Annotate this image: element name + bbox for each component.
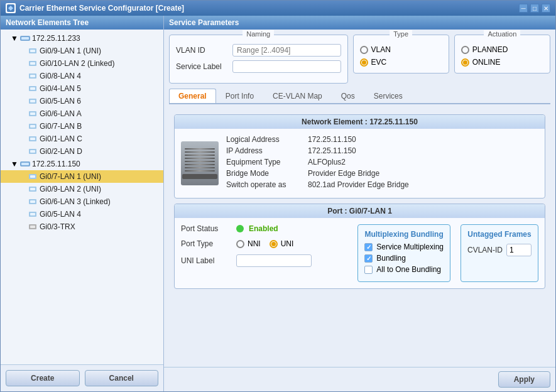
tree-toggle-ne1[interactable]: ▼	[11, 35, 18, 42]
restore-button[interactable]: □	[530, 4, 539, 13]
port-status-field: Port Status Enabled	[181, 224, 347, 233]
bundling-row[interactable]: ✓ Bundling	[364, 254, 444, 263]
type-evc-label: EVC	[371, 58, 387, 67]
top-row: Naming VLAN ID Service Label Type	[169, 35, 550, 84]
service-multiplexing-row[interactable]: ✓ Service Multiplexing	[364, 242, 444, 251]
minimize-button[interactable]: ─	[519, 4, 528, 13]
svg-rect-8	[30, 75, 35, 77]
ne-switch-operate-val: 802.1ad Provider Edge Bridge	[308, 180, 409, 189]
port-header: Port : Gi0/7-LAN 1	[175, 204, 545, 218]
tree-label-p6: Gi0/6-LAN A	[40, 109, 82, 118]
all-to-one-label: All to One Bundling	[376, 265, 441, 274]
service-multiplexing-checkbox[interactable]: ✓	[364, 243, 373, 251]
actuation-planned-radio[interactable]	[461, 46, 469, 54]
svg-rect-18	[30, 138, 35, 140]
tree-node-p12[interactable]: Gi0/6-LAN 3 (Linked)	[1, 195, 163, 208]
svg-rect-14	[30, 112, 35, 115]
tab-general[interactable]: General	[169, 89, 216, 103]
all-to-one-checkbox[interactable]	[364, 266, 373, 274]
tree-node-p13[interactable]: Gi0/5-LAN 4	[1, 208, 163, 220]
naming-title: Naming	[243, 30, 274, 38]
tree-node-p1[interactable]: Gi0/9-LAN 1 (UNI)	[1, 45, 163, 57]
service-params-header: Service Parameters	[164, 16, 555, 30]
ne-equipment-type-key: Equipment Type	[226, 158, 308, 166]
service-params-content: Naming VLAN ID Service Label Type	[164, 30, 555, 367]
bundling-label: Bundling	[376, 254, 406, 263]
tab-qos[interactable]: Qos	[332, 89, 364, 103]
create-button[interactable]: Create	[6, 370, 80, 386]
title-bar: Carrier Ethernet Service Configurator [C…	[1, 1, 555, 16]
ne-bridge-mode-key: Bridge Mode	[226, 169, 308, 178]
all-to-one-row[interactable]: All to One Bundling	[364, 265, 444, 274]
type-evc-option[interactable]: EVC	[360, 58, 442, 67]
ne-logical-address-key: Logical Address	[226, 135, 308, 144]
tree-node-p10[interactable]: Gi0/7-LAN 1 (UNI)	[1, 170, 163, 183]
tree-label-ne1: 172.25.11.233	[32, 34, 80, 43]
uni-label-field: UNI Label	[181, 254, 347, 267]
tree-node-p5[interactable]: Gi0/5-LAN 6	[1, 95, 163, 107]
tree-label-p13: Gi0/5-LAN 4	[40, 210, 81, 219]
tab-services[interactable]: Services	[364, 89, 412, 103]
tree-node-ne2[interactable]: ▼ 172.25.11.150	[1, 158, 163, 170]
tree-node-p2[interactable]: Gi0/10-LAN 2 (Linked)	[1, 57, 163, 70]
svg-rect-24	[30, 175, 35, 178]
cvlan-id-input[interactable]	[506, 244, 531, 256]
type-vlan-option[interactable]: VLAN	[360, 45, 442, 54]
tree-label-p3: Gi0/8-LAN 4	[40, 72, 81, 80]
vlan-id-label: VLAN ID	[176, 46, 232, 55]
actuation-online-radio[interactable]	[461, 58, 469, 67]
tree-node-p8[interactable]: Gi0/1-LAN C	[1, 133, 163, 145]
cancel-button[interactable]: Cancel	[85, 370, 159, 386]
port-type-uni-radio[interactable]	[270, 240, 278, 248]
ne-logical-address-val: 172.25.11.150	[308, 135, 356, 144]
actuation-online-option[interactable]: ONLINE	[461, 58, 543, 67]
ne-logical-address-row: Logical Address 172.25.11.150	[226, 135, 538, 144]
port-type-uni-label: UNI	[281, 239, 294, 248]
general-tab-content: Network Element : 172.25.11.150	[169, 109, 550, 362]
tree-node-p4[interactable]: Gi0/4-LAN 5	[1, 82, 163, 95]
device-icon-ne1	[20, 33, 30, 43]
tree-node-p6[interactable]: Gi0/6-LAN A	[1, 107, 163, 120]
svg-rect-10	[30, 87, 35, 90]
actuation-planned-option[interactable]: PLANNED	[461, 45, 543, 54]
svg-rect-12	[30, 100, 35, 102]
port-status-label: Port Status	[181, 224, 231, 233]
ne-bridge-mode-val: Provider Edge Bridge	[308, 169, 379, 178]
tree-label-p11: Gi0/9-LAN 2 (UNI)	[40, 185, 101, 193]
tab-ce-vlan-map[interactable]: CE-VLAN Map	[263, 89, 332, 103]
svg-rect-4	[30, 50, 35, 52]
tree-label-p14: Gi0/3-TRX	[40, 222, 75, 231]
port-icon-p13	[28, 209, 38, 219]
tree-node-p11[interactable]: Gi0/9-LAN 2 (UNI)	[1, 183, 163, 195]
port-type-nni-radio[interactable]	[236, 240, 244, 248]
type-evc-radio[interactable]	[360, 58, 368, 67]
tree-toggle-ne2[interactable]: ▼	[11, 160, 18, 168]
port-icon-p14	[28, 222, 38, 232]
left-panel-footer: Create Cancel	[1, 364, 163, 391]
tree-node-ne1[interactable]: ▼ 172.25.11.233	[1, 32, 163, 45]
tree-node-p7[interactable]: Gi0/7-LAN B	[1, 120, 163, 133]
uni-label-input[interactable]	[236, 254, 312, 267]
apply-button[interactable]: Apply	[498, 371, 550, 388]
port-type-nni-option[interactable]: NNI	[236, 239, 261, 248]
tree-node-p9[interactable]: Gi0/2-LAN D	[1, 145, 163, 158]
port-body: Port Status Enabled Port Type NNI	[175, 218, 545, 288]
type-vlan-radio[interactable]	[360, 46, 368, 54]
service-label-input[interactable]	[232, 60, 341, 73]
tree-node-p3[interactable]: Gi0/8-LAN 4	[1, 70, 163, 82]
tree-node-p14[interactable]: Gi0/3-TRX	[1, 220, 163, 233]
vlan-id-input[interactable]	[232, 44, 341, 57]
port-icon-p8	[28, 134, 38, 144]
tree-label-p2: Gi0/10-LAN 2 (Linked)	[40, 59, 114, 68]
port-type-uni-option[interactable]: UNI	[270, 239, 294, 248]
tab-port-info[interactable]: Port Info	[216, 89, 263, 103]
actuation-section: Actuation PLANNED ONLIN	[454, 35, 550, 74]
close-button[interactable]: ✕	[542, 4, 550, 13]
bundling-checkbox[interactable]: ✓	[364, 254, 373, 263]
tree-label-p1: Gi0/9-LAN 1 (UNI)	[40, 46, 101, 55]
type-vlan-label: VLAN	[371, 45, 391, 54]
ne-switch-operate-row: Switch operate as 802.1ad Provider Edge …	[226, 180, 538, 189]
tree-label-p12: Gi0/6-LAN 3 (Linked)	[40, 197, 111, 206]
svg-rect-22	[21, 163, 29, 165]
svg-rect-28	[30, 200, 35, 203]
